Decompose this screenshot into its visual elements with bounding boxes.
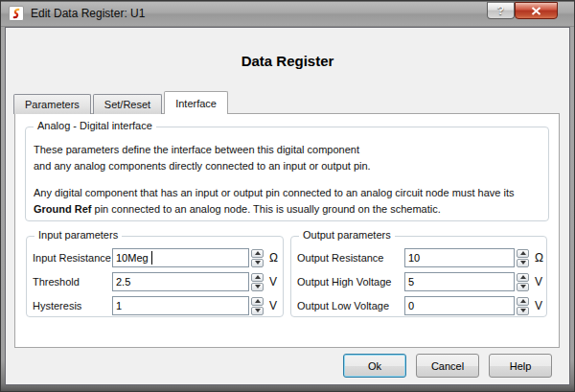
ok-button-label: Ok — [368, 360, 381, 372]
help-button-label: Help — [510, 360, 532, 372]
spin-down-button[interactable] — [251, 259, 264, 267]
cancel-button[interactable]: Cancel — [416, 354, 479, 378]
arrow-up-icon — [520, 251, 526, 255]
field-label: Output Low Voltage — [297, 300, 404, 311]
field-row: Hysteresis V — [33, 296, 277, 315]
close-button[interactable] — [515, 2, 558, 19]
field-label: Output Resistance — [297, 252, 404, 264]
ok-button[interactable]: Ok — [343, 354, 406, 378]
unit-label: Ω — [535, 251, 543, 265]
arrow-up-icon — [255, 275, 261, 279]
group-label: Input parameters — [34, 229, 122, 241]
hysteresis-field[interactable] — [112, 296, 249, 315]
app-icon — [9, 6, 24, 21]
arrow-down-icon — [255, 285, 261, 288]
group-label: Output parameters — [299, 229, 395, 241]
unit-label: V — [269, 275, 277, 288]
field-label: Threshold — [33, 276, 112, 288]
spin-up-button[interactable] — [517, 297, 529, 306]
unit-label: V — [535, 299, 542, 312]
field-label: Output High Voltage — [297, 276, 404, 288]
output-low-voltage-spinbox — [404, 296, 529, 315]
output-high-voltage-spinbox — [404, 272, 529, 291]
help-button[interactable]: Help — [489, 354, 552, 378]
spin-up-button[interactable] — [517, 249, 529, 258]
input-parameters-group: Input parameters Input Resistance Ω T — [26, 236, 284, 317]
arrow-down-icon — [255, 309, 261, 312]
close-icon — [531, 7, 541, 15]
tab-set-reset[interactable]: Set/Reset — [93, 94, 162, 114]
field-row: Output Resistance Ω — [297, 248, 540, 267]
output-high-voltage-field[interactable] — [404, 272, 515, 291]
spin-down-button[interactable] — [251, 283, 264, 291]
spin-down-button[interactable] — [517, 259, 529, 267]
field-row: Threshold V — [33, 272, 277, 291]
spinner — [517, 297, 529, 315]
threshold-spinbox — [112, 272, 264, 291]
field-label: Input Resistance — [33, 252, 112, 264]
arrow-down-icon — [520, 261, 526, 265]
spinner — [251, 297, 264, 315]
ground-ref-emphasis: Ground Ref — [34, 203, 92, 215]
input-resistance-field[interactable] — [112, 248, 249, 267]
output-low-voltage-field[interactable] — [404, 296, 515, 315]
dialog-body: Data Register Parameters Set/Reset Inter… — [5, 27, 570, 385]
tab-label: Interface — [175, 98, 217, 109]
spinner — [251, 273, 264, 291]
group-label: Analog - Digital interface — [34, 120, 156, 131]
field-row: Output Low Voltage V — [297, 296, 540, 315]
unit-label: Ω — [269, 251, 278, 265]
cancel-button-label: Cancel — [431, 360, 464, 372]
spin-up-button[interactable] — [251, 249, 264, 258]
field-row: Output High Voltage V — [297, 272, 540, 291]
arrow-up-icon — [255, 299, 261, 303]
arrow-up-icon — [520, 275, 526, 279]
unit-label: V — [269, 299, 277, 312]
window-title: Edit Data Register: U1 — [31, 7, 145, 20]
arrow-down-icon — [255, 261, 261, 265]
analog-digital-interface-group: Analog - Digital interface These paramet… — [25, 127, 549, 221]
button-row: Ok Cancel Help — [334, 354, 552, 378]
interface-tab-page: Analog - Digital interface These paramet… — [14, 113, 560, 348]
spinner — [517, 249, 529, 267]
info-paragraph-1: These parameters define the interface be… — [34, 142, 540, 174]
spin-down-button[interactable] — [517, 283, 529, 291]
output-resistance-field[interactable] — [404, 248, 515, 267]
unit-label: V — [535, 275, 542, 288]
hysteresis-spinbox — [112, 296, 264, 315]
help-caption-button[interactable]: ? — [487, 2, 515, 19]
field-row: Input Resistance Ω — [33, 248, 277, 267]
field-label: Hysteresis — [33, 300, 112, 311]
threshold-field[interactable] — [112, 272, 249, 291]
info-paragraph-2: Any digital component that has an input … — [34, 185, 540, 218]
tab-label: Parameters — [25, 99, 80, 110]
arrow-down-icon — [520, 309, 526, 312]
dialog-heading: Data Register — [6, 53, 569, 69]
tab-interface[interactable]: Interface — [164, 91, 228, 114]
question-icon: ? — [497, 4, 504, 17]
spin-down-button[interactable] — [517, 307, 529, 315]
spin-down-button[interactable] — [251, 307, 264, 315]
input-resistance-spinbox — [112, 248, 264, 267]
output-parameters-group: Output parameters Output Resistance Ω Ou… — [290, 236, 547, 317]
tab-bar: Parameters Set/Reset Interface — [13, 91, 230, 114]
spinner — [517, 273, 529, 291]
arrow-up-icon — [520, 299, 526, 303]
text-caret — [151, 251, 152, 265]
titlebar[interactable]: Edit Data Register: U1 ? — [1, 1, 574, 27]
edit-data-register-dialog: Edit Data Register: U1 ? Data Register P… — [0, 0, 575, 392]
tab-parameters[interactable]: Parameters — [13, 94, 91, 114]
spin-up-button[interactable] — [251, 297, 264, 306]
output-resistance-spinbox — [404, 248, 529, 267]
spinner — [251, 249, 264, 267]
spin-up-button[interactable] — [251, 273, 264, 282]
arrow-down-icon — [520, 285, 526, 288]
spin-up-button[interactable] — [517, 273, 529, 282]
arrow-up-icon — [255, 251, 261, 255]
tab-label: Set/Reset — [104, 99, 150, 110]
